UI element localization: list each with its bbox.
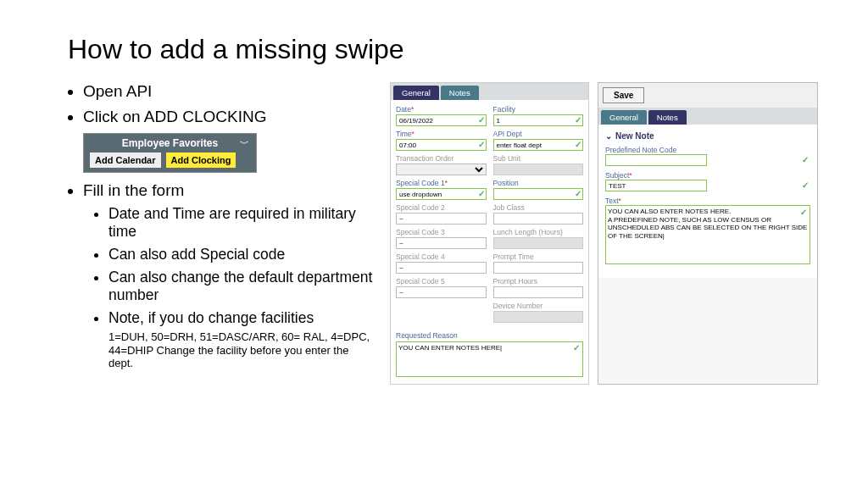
check-icon: ✓ <box>573 343 580 352</box>
facilities-detail: 1=DUH, 50=DRH, 51=DASC/ARR, 60= RAL, 4=D… <box>108 330 373 370</box>
tab-general-2[interactable]: General <box>601 110 647 125</box>
bullet-fill-form: Fill in the form Date and Time are requi… <box>83 181 373 370</box>
chevron-down-icon[interactable]: ﹀ <box>240 137 249 150</box>
employee-favorites-widget: Employee Favorites ﹀ Add Calendar Add Cl… <box>83 133 257 173</box>
special-code-1-field[interactable] <box>396 188 487 200</box>
sub-special-code: Can also add Special code <box>108 246 373 263</box>
favorites-title: Employee Favorites ﹀ <box>89 137 251 149</box>
check-icon: ✓ <box>478 140 485 149</box>
sub-unit-field <box>493 164 584 175</box>
notes-screenshot: Save General Notes ⌄New Note Predefined … <box>598 82 818 385</box>
check-icon: ✓ <box>478 115 485 125</box>
clocking-form-screenshot: General Notes Date*✓ Time*✓ Transaction … <box>390 82 589 385</box>
prompt-hours-field[interactable] <box>493 286 584 298</box>
page-title: How to add a missing swipe <box>68 34 800 65</box>
sub-dept: Can also change the default department n… <box>108 269 373 304</box>
time-field[interactable] <box>396 139 487 151</box>
date-field[interactable] <box>396 114 487 126</box>
check-icon: ✓ <box>575 140 581 149</box>
predefined-note-code-field[interactable] <box>605 154 707 166</box>
chevron-down-icon: ⌄ <box>605 131 612 141</box>
check-icon: ✓ <box>478 189 485 198</box>
note-text-textarea[interactable] <box>605 205 810 264</box>
special-code-4-field[interactable] <box>396 262 487 274</box>
tab-notes[interactable]: Notes <box>441 86 479 100</box>
check-icon: ✓ <box>802 155 809 164</box>
requested-reason-textarea[interactable] <box>396 341 583 377</box>
prompt-time-field[interactable] <box>493 262 584 274</box>
special-code-2-field[interactable] <box>396 213 487 225</box>
check-icon: ✓ <box>575 115 581 125</box>
bullet-open-api: Open API <box>83 82 373 101</box>
facility-field[interactable] <box>493 114 584 126</box>
api-dept-field[interactable] <box>493 139 584 151</box>
save-button[interactable]: Save <box>603 87 644 103</box>
job-class-field[interactable] <box>493 213 584 225</box>
bullet-add-clocking: Click on ADD CLOCKING <box>83 108 373 126</box>
tab-general[interactable]: General <box>393 86 439 100</box>
special-code-5-field[interactable] <box>396 286 487 298</box>
lunch-length-field <box>493 237 584 249</box>
subject-field[interactable] <box>605 180 707 191</box>
new-note-header[interactable]: ⌄New Note <box>605 131 810 141</box>
device-number-field <box>493 311 584 323</box>
check-icon: ✓ <box>800 208 807 217</box>
transaction-order-select[interactable] <box>396 164 487 175</box>
add-clocking-button[interactable]: Add Clocking <box>165 152 237 169</box>
add-calendar-button[interactable]: Add Calendar <box>89 152 162 169</box>
sub-facilities: Note, if you do change facilities <box>108 309 373 327</box>
check-icon: ✓ <box>802 180 809 190</box>
sub-date-time: Date and Time are required in military t… <box>108 205 373 241</box>
position-field[interactable] <box>493 188 584 200</box>
check-icon: ✓ <box>575 189 581 198</box>
special-code-3-field[interactable] <box>396 237 487 249</box>
tab-notes-2[interactable]: Notes <box>648 110 687 125</box>
